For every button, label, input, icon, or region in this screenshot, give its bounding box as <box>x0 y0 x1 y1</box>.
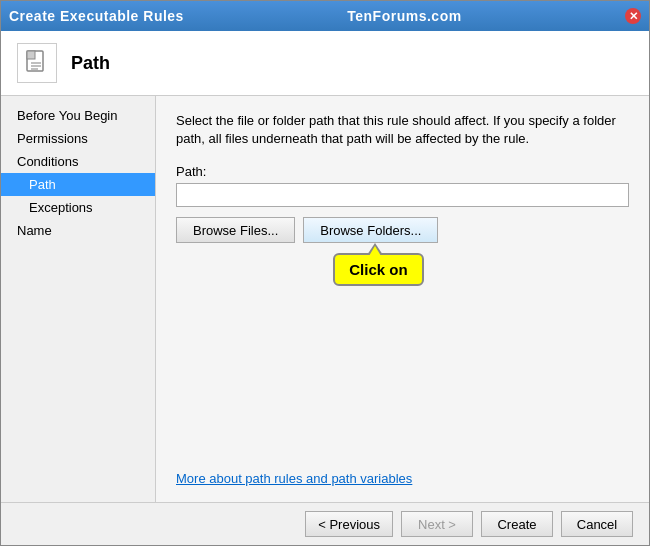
header-section: Path <box>1 31 649 96</box>
browse-folders-button[interactable]: Browse Folders... <box>303 217 438 243</box>
header-icon <box>17 43 57 83</box>
page-title: Path <box>71 53 110 74</box>
footer: < Previous Next > Create Cancel <box>1 502 649 545</box>
buttons-row: Browse Files... Browse Folders... Click … <box>176 217 629 243</box>
sidebar-item-name[interactable]: Name <box>1 219 155 242</box>
description-text: Select the file or folder path that this… <box>176 112 629 148</box>
sidebar-item-path[interactable]: Path <box>1 173 155 196</box>
main-content: Before You Begin Permissions Conditions … <box>1 96 649 502</box>
content-area: Select the file or folder path that this… <box>156 96 649 502</box>
more-info-link[interactable]: More about path rules and path variables <box>176 455 629 486</box>
title-bar: Create Executable Rules TenForums.com ✕ <box>1 1 649 31</box>
browse-files-button[interactable]: Browse Files... <box>176 217 295 243</box>
callout-text: Click on <box>349 261 407 278</box>
window-title: Create Executable Rules <box>9 8 184 24</box>
callout-bubble: Click on <box>333 253 423 286</box>
close-button[interactable]: ✕ <box>625 8 641 24</box>
next-button[interactable]: Next > <box>401 511 473 537</box>
sidebar-item-permissions[interactable]: Permissions <box>1 127 155 150</box>
path-input[interactable] <box>176 183 629 207</box>
previous-button[interactable]: < Previous <box>305 511 393 537</box>
sidebar-item-before-you-begin[interactable]: Before You Begin <box>1 104 155 127</box>
sidebar-item-exceptions[interactable]: Exceptions <box>1 196 155 219</box>
sidebar: Before You Begin Permissions Conditions … <box>1 96 156 502</box>
path-label: Path: <box>176 164 629 179</box>
sidebar-item-conditions[interactable]: Conditions <box>1 150 155 173</box>
cancel-button[interactable]: Cancel <box>561 511 633 537</box>
create-button[interactable]: Create <box>481 511 553 537</box>
document-icon <box>23 49 51 77</box>
svg-rect-1 <box>27 51 35 59</box>
main-window: Create Executable Rules TenForums.com ✕ … <box>0 0 650 546</box>
site-label: TenForums.com <box>347 8 461 24</box>
callout-container: Browse Folders... Click on <box>303 217 438 243</box>
